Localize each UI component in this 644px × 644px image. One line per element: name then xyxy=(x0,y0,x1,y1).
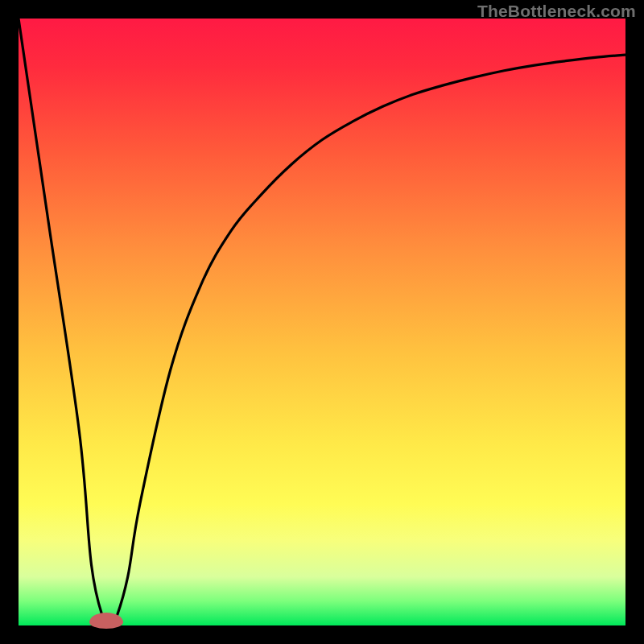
plot-area xyxy=(19,19,625,625)
watermark-text: TheBottleneck.com xyxy=(477,2,636,21)
chart-frame: TheBottleneck.com xyxy=(0,0,644,644)
bottleneck-curve xyxy=(19,19,625,625)
curve-path xyxy=(19,19,625,626)
bottleneck-marker xyxy=(89,613,123,629)
